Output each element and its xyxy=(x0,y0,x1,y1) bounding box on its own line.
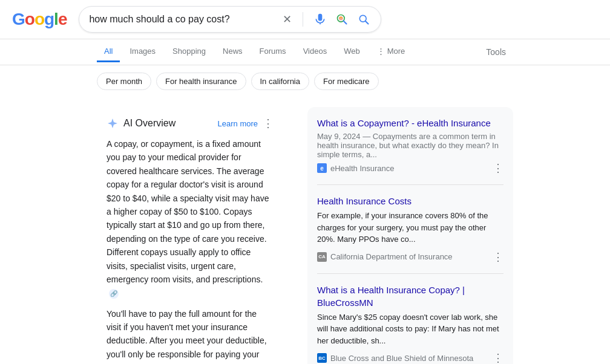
chip-california[interactable]: In california xyxy=(251,73,309,90)
tab-forums[interactable]: Forums xyxy=(252,42,294,62)
source-name-3: Blue Cross and Blue Shield of Minnesota xyxy=(330,354,473,363)
result-source-row-1: e eHealth Insurance ⋮ xyxy=(317,161,503,175)
result-snippet-2: For example, if your insurance covers 80… xyxy=(317,210,503,245)
tab-tools[interactable]: Tools xyxy=(479,42,513,62)
voice-search-button[interactable] xyxy=(313,12,327,27)
result-more-button-2[interactable]: ⋮ xyxy=(493,250,503,264)
search-divider xyxy=(303,12,303,27)
result-snippet-3: Since Mary's $25 copay doesn't cover lab… xyxy=(317,311,503,347)
favicon-ca: CA xyxy=(317,252,327,262)
source-link-1[interactable]: 🔗 xyxy=(109,289,119,299)
nav-tabs: All Images Shopping News Forums Videos W… xyxy=(0,39,610,65)
chip-per-month[interactable]: Per month xyxy=(97,73,151,90)
search-button[interactable] xyxy=(356,12,371,27)
tab-news[interactable]: News xyxy=(215,42,250,62)
search-bar: how much should a co pay cost? ✕ xyxy=(79,6,381,33)
result-more-button-3[interactable]: ⋮ xyxy=(493,351,503,364)
result-item-1: What is a Copayment? - eHealth Insurance… xyxy=(317,117,503,185)
main-content: AI Overview Learn more ⋮ A copay, or cop… xyxy=(0,97,610,364)
tab-web[interactable]: Web xyxy=(336,42,367,62)
tab-images[interactable]: Images xyxy=(122,42,163,62)
result-card: What is a Copayment? - eHealth Insurance… xyxy=(307,107,513,364)
ai-paragraph-2: You'll have to pay the full amount for t… xyxy=(107,307,274,364)
ai-paragraph-1: A copay, or copayment, is a fixed amount… xyxy=(107,137,274,300)
tab-shopping[interactable]: Shopping xyxy=(165,42,213,62)
chip-health-insurance[interactable]: For health insurance xyxy=(156,73,246,90)
chip-medicare[interactable]: For medicare xyxy=(314,73,379,90)
right-column: What is a Copayment? - eHealth Insurance… xyxy=(307,107,513,364)
header: Google how much should a co pay cost? ✕ xyxy=(0,0,610,39)
favicon-bcbs: BC xyxy=(317,353,327,363)
ai-spark-icon xyxy=(107,117,119,129)
ai-overview-actions: Learn more ⋮ xyxy=(218,117,274,130)
ai-overview-header: AI Overview Learn more ⋮ xyxy=(107,117,274,130)
result-date-1: May 9, 2024 — Copayments are a common te… xyxy=(317,132,503,159)
source-name-1: eHealth Insurance xyxy=(330,164,395,173)
result-source-2: CA California Department of Insurance xyxy=(317,252,453,262)
clear-button[interactable]: ✕ xyxy=(281,11,293,27)
favicon-ehealth: e xyxy=(317,163,327,173)
result-title-3[interactable]: What is a Health Insurance Copay? | Blue… xyxy=(317,284,503,309)
svg-line-2 xyxy=(344,21,347,24)
result-source-1: e eHealth Insurance xyxy=(317,163,395,173)
tab-all[interactable]: All xyxy=(97,42,120,62)
result-source-row-2: CA California Department of Insurance ⋮ xyxy=(317,250,503,264)
google-logo: Google xyxy=(12,10,67,29)
more-dots-icon: ⋮ xyxy=(377,47,385,56)
search-input[interactable]: how much should a co pay cost? xyxy=(89,14,275,25)
tab-videos[interactable]: Videos xyxy=(296,42,335,62)
result-more-button-1[interactable]: ⋮ xyxy=(493,161,503,175)
result-source-row-3: BC Blue Cross and Blue Shield of Minneso… xyxy=(317,351,503,364)
result-title-1[interactable]: What is a Copayment? - eHealth Insurance xyxy=(317,117,503,129)
ai-more-icon[interactable]: ⋮ xyxy=(263,117,274,130)
ai-overview-title: AI Overview xyxy=(123,118,175,129)
learn-more-link[interactable]: Learn more xyxy=(218,119,258,128)
ai-overview: AI Overview Learn more ⋮ A copay, or cop… xyxy=(97,107,283,364)
search-icon xyxy=(358,13,370,25)
left-column: AI Overview Learn more ⋮ A copay, or cop… xyxy=(97,107,283,364)
visual-search-button[interactable] xyxy=(335,12,349,27)
source-name-2: California Department of Insurance xyxy=(330,252,453,261)
ai-title-row: AI Overview xyxy=(107,117,175,129)
tab-more[interactable]: ⋮ More xyxy=(370,42,413,62)
filter-chips: Per month For health insurance In califo… xyxy=(0,65,610,97)
mic-icon xyxy=(314,13,326,25)
lens-icon xyxy=(336,13,348,25)
result-item-3: What is a Health Insurance Copay? | Blue… xyxy=(317,284,503,365)
result-item-2: Health Insurance Costs For example, if y… xyxy=(317,195,503,274)
result-title-2[interactable]: Health Insurance Costs xyxy=(317,195,503,207)
result-source-3: BC Blue Cross and Blue Shield of Minneso… xyxy=(317,353,473,363)
svg-line-4 xyxy=(366,21,369,24)
search-icons: ✕ xyxy=(281,11,371,27)
